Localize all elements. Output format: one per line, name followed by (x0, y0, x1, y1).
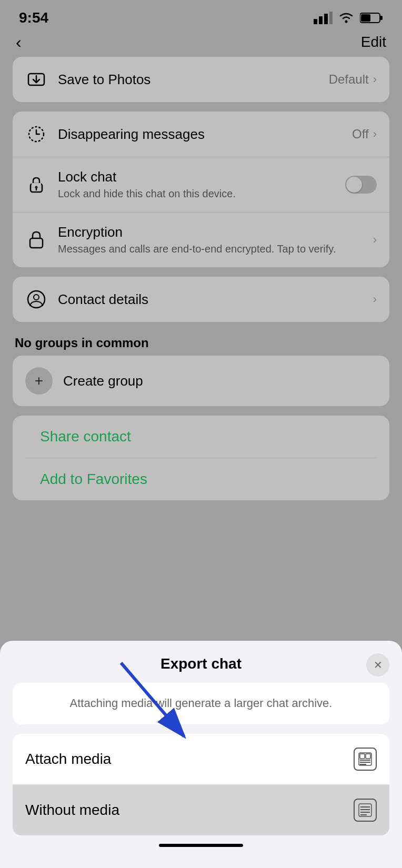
sheet-info-text: Attaching media will generate a larger c… (13, 683, 389, 724)
svg-rect-23 (360, 764, 366, 765)
svg-rect-18 (359, 753, 371, 765)
export-chat-sheet: Export chat ✕ Attaching media will gener… (0, 641, 402, 868)
attach-media-icon (354, 748, 377, 771)
close-icon: ✕ (374, 659, 383, 671)
attach-media-label: Attach media (25, 751, 111, 768)
svg-rect-21 (360, 760, 370, 761)
sheet-header: Export chat ✕ (0, 641, 402, 683)
svg-rect-26 (360, 809, 370, 810)
without-media-option[interactable]: Without media (13, 785, 389, 835)
sheet-info-label: Attaching media will generate a larger c… (70, 697, 333, 710)
home-indicator (159, 844, 243, 847)
sheet-close-button[interactable]: ✕ (366, 653, 389, 677)
attach-media-option[interactable]: Attach media (13, 734, 389, 785)
svg-rect-19 (360, 754, 365, 759)
svg-rect-22 (360, 762, 370, 763)
svg-rect-20 (366, 754, 370, 759)
without-media-label: Without media (25, 802, 119, 819)
svg-rect-28 (360, 814, 367, 815)
sheet-title: Export chat (160, 655, 242, 672)
svg-rect-27 (360, 812, 370, 813)
without-media-icon (354, 799, 377, 822)
svg-rect-25 (360, 806, 370, 808)
